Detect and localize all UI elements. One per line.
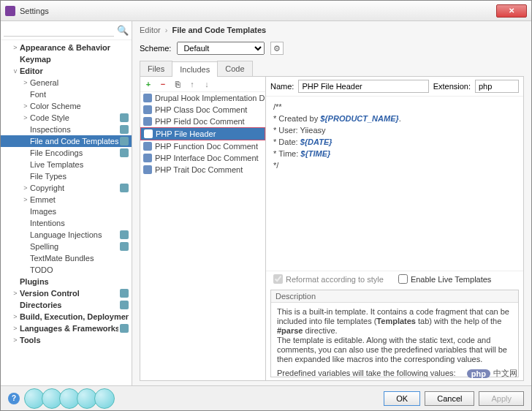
tree-item[interactable]: >Build, Execution, Deployment [1, 311, 132, 323]
description-box: Description This is a built-in template.… [270, 290, 519, 377]
search-row: 🔍 [1, 21, 132, 40]
content: 🔍 >Appearance & BehaviorKeymapvEditor>Ge… [1, 21, 531, 385]
scheme-select[interactable]: Default [177, 42, 265, 55]
subcontent: + − ⎘ ↑ ↓ Drupal Hook Implementation Doc… [140, 77, 524, 381]
breadcrumb: Editor › File and Code Templates [132, 21, 531, 39]
chevron-right-icon: › [165, 26, 168, 34]
close-button[interactable]: ✕ [496, 4, 527, 18]
tab-includes[interactable]: Includes [172, 61, 218, 77]
template-item[interactable]: PHP Interface Doc Comment [140, 152, 265, 164]
editor-panel: Name: Extension: /** * Created by ${PROD… [266, 77, 523, 380]
copy-icon[interactable]: ⎘ [172, 79, 183, 89]
tree-item[interactable]: File and Code Templates [1, 135, 132, 147]
tree-item[interactable]: vEditor [1, 65, 132, 77]
name-row: Name: Extension: [266, 77, 523, 97]
tree-item[interactable]: Keymap [1, 53, 132, 65]
tree-item[interactable]: >General [1, 77, 132, 88]
extension-input[interactable] [475, 80, 519, 93]
tree-item[interactable]: Intentions [1, 217, 132, 229]
template-item[interactable]: PHP Field Doc Comment [140, 116, 265, 127]
up-icon[interactable]: ↑ [187, 79, 197, 89]
scheme-label: Scheme: [140, 44, 171, 53]
template-item[interactable]: PHP File Header [140, 127, 265, 140]
name-label: Name: [270, 82, 294, 91]
settings-window: Settings ✕ 🔍 >Appearance & BehaviorKeyma… [0, 0, 532, 411]
reformat-checkbox[interactable]: Reformat according to style [273, 274, 384, 284]
cancel-button[interactable]: Cancel [425, 391, 474, 406]
template-item[interactable]: PHP Trait Doc Comment [140, 164, 265, 176]
template-toolbar: + − ⎘ ↑ ↓ [140, 77, 265, 92]
scheme-row: Scheme: Default ⚙ [132, 39, 531, 61]
tree-item[interactable]: >Emmet [1, 194, 132, 206]
tree-item[interactable]: File Encodings [1, 147, 132, 159]
description-header: Description [271, 290, 518, 303]
search-input[interactable] [4, 24, 114, 37]
tree-item[interactable]: >Version Control [1, 287, 132, 299]
titlebar: Settings ✕ [1, 1, 531, 21]
tree-item[interactable]: Spelling [1, 241, 132, 252]
template-name-input[interactable] [298, 80, 428, 93]
down-icon[interactable]: ↓ [202, 79, 212, 89]
help-button[interactable]: ? [8, 393, 20, 404]
add-icon[interactable]: + [143, 79, 153, 89]
tree-item[interactable]: Font [1, 88, 132, 100]
tree-item[interactable]: >Color Scheme [1, 100, 132, 112]
tree-item[interactable]: Inspections [1, 124, 132, 135]
settings-tree[interactable]: >Appearance & BehaviorKeymapvEditor>Gene… [1, 40, 132, 385]
tree-item[interactable]: TODO [1, 264, 132, 276]
search-icon: 🔍 [117, 25, 129, 36]
template-item[interactable]: Drupal Hook Implementation Doc [140, 92, 265, 104]
ok-button[interactable]: OK [384, 391, 420, 406]
gear-icon[interactable]: ⚙ [270, 42, 284, 55]
sidebar: 🔍 >Appearance & BehaviorKeymapvEditor>Ge… [1, 21, 132, 385]
breadcrumb-leaf: File and Code Templates [172, 26, 266, 34]
tree-item[interactable]: >Languages & Frameworks [1, 323, 132, 334]
tree-item[interactable]: >Copyright [1, 182, 132, 194]
decoration [27, 388, 115, 409]
tree-item[interactable]: Directories [1, 299, 132, 311]
breadcrumb-root[interactable]: Editor [140, 26, 161, 34]
tree-item[interactable]: >Code Style [1, 112, 132, 124]
tab-code[interactable]: Code [217, 61, 252, 76]
tab-files[interactable]: Files [140, 61, 172, 76]
tree-item[interactable]: Language Injections [1, 229, 132, 241]
remove-icon[interactable]: − [158, 79, 168, 89]
app-icon [5, 6, 15, 16]
tree-item[interactable]: >Tools [1, 334, 132, 346]
live-templates-checkbox[interactable]: Enable Live Templates [398, 274, 491, 284]
window-title: Settings [20, 7, 496, 15]
main-panel: Editor › File and Code Templates Scheme:… [132, 21, 531, 385]
template-item[interactable]: PHP Function Doc Comment [140, 140, 265, 152]
tabs: FilesIncludesCode [140, 61, 524, 77]
extension-label: Extension: [433, 82, 471, 91]
code-editor[interactable]: /** * Created by ${PRODUCT_NAME}. * User… [266, 97, 523, 271]
tree-item[interactable]: TextMate Bundles [1, 252, 132, 264]
tree-item[interactable]: Live Templates [1, 159, 132, 170]
template-list[interactable]: Drupal Hook Implementation DocPHP Class … [140, 92, 265, 380]
template-list-panel: + − ⎘ ↑ ↓ Drupal Hook Implementation Doc… [140, 77, 266, 380]
template-item[interactable]: PHP Class Doc Comment [140, 104, 265, 116]
footer: ? OK Cancel Apply [1, 385, 531, 410]
tree-item[interactable]: File Types [1, 170, 132, 182]
tree-item[interactable]: >Appearance & Behavior [1, 42, 132, 53]
options-row: Reformat according to style Enable Live … [266, 271, 523, 287]
description-body: This is a built-in template. It contains… [271, 303, 518, 377]
tree-item[interactable]: Images [1, 206, 132, 217]
apply-button[interactable]: Apply [479, 391, 524, 406]
tree-item[interactable]: Plugins [1, 276, 132, 287]
